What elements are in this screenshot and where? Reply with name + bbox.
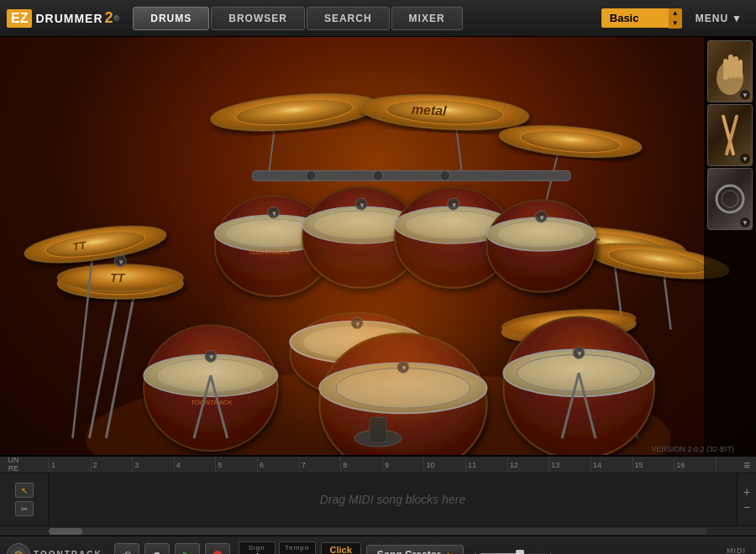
stop-icon: ■	[154, 549, 160, 555]
preset-value[interactable]: Basic	[601, 8, 669, 28]
timeline-mark-8: 8	[340, 457, 382, 473]
timeline-mark-16: 16	[674, 457, 716, 473]
svg-text:TT: TT	[72, 238, 88, 253]
midi-area: ↖ ✂ Drag MIDI song blocks here + −	[0, 473, 756, 525]
scroll-track[interactable]	[49, 528, 707, 535]
svg-text:▼: ▼	[354, 321, 361, 328]
scissors-tool[interactable]: ✂	[15, 501, 34, 516]
timeline-mark-1: 1	[49, 457, 91, 473]
record-dot-icon	[213, 551, 222, 555]
app-header: EZ DRUMMER 2 ® DRUMS BROWSER SEARCH MIXE…	[0, 0, 756, 37]
logo-ez: EZ	[7, 9, 32, 28]
svg-rect-58	[370, 417, 386, 442]
undo-button[interactable]: UN	[3, 457, 24, 464]
scroll-area	[0, 525, 756, 536]
logo-trademark: ®	[114, 14, 120, 23]
play-icon: ▶	[183, 549, 191, 555]
timeline-mark-12: 12	[507, 457, 549, 473]
menu-button[interactable]: MENU ▼	[689, 9, 749, 28]
svg-rect-63	[253, 170, 570, 180]
svg-point-66	[440, 170, 450, 180]
zoom-in-button[interactable]: +	[743, 486, 750, 498]
tab-search[interactable]: SEARCH	[307, 7, 390, 30]
timeline-mark-2: 2	[91, 457, 133, 473]
sticks-slot-arrow[interactable]: ▼	[740, 154, 750, 164]
click-button[interactable]: Click ♩	[321, 542, 361, 554]
loop-icon: ⟲	[123, 549, 131, 555]
svg-point-24	[520, 127, 622, 155]
preset-selector: Basic ▲ ▼	[601, 8, 682, 29]
svg-text:▼: ▼	[271, 210, 278, 217]
song-creator-button[interactable]: Song Creator ▲	[366, 545, 464, 555]
hands-slot-arrow[interactable]: ▼	[740, 90, 750, 100]
time-signature-box[interactable]: Sign 4/4	[239, 541, 276, 554]
timeline-mark-13: 13	[549, 457, 591, 473]
svg-text:▼: ▼	[401, 364, 407, 372]
sign-tempo-section: Sign 4/4 Tempo 120	[239, 541, 316, 554]
undo-redo-controls: UN RE	[3, 457, 24, 473]
toontrack-logo: ⊙ TOONTRACK	[7, 543, 102, 555]
svg-point-65	[373, 170, 383, 180]
instrument-slot-hands[interactable]: ▼	[707, 40, 753, 102]
svg-text:TOONTRACK: TOONTRACK	[249, 248, 291, 256]
menu-arrow-icon: ▼	[732, 13, 743, 24]
tab-mixer[interactable]: MIXER	[391, 7, 463, 30]
version-info: VERSION 2.0.2 (32-BIT)	[651, 445, 734, 453]
tempo-label: Tempo	[285, 544, 309, 551]
midi-label: MIDI	[727, 546, 746, 554]
tempo-box[interactable]: Tempo 120	[279, 541, 316, 554]
click-label: Click	[330, 545, 352, 554]
tambourine-icon	[711, 174, 748, 224]
hands-icon	[711, 46, 748, 97]
preset-up[interactable]: ▲	[669, 8, 682, 18]
song-creator-arrow-icon: ▲	[444, 550, 453, 554]
svg-text:TOONTRACK: TOONTRACK	[191, 399, 233, 406]
svg-point-43	[496, 221, 585, 248]
sticks-icon	[711, 110, 748, 160]
timeline-ruler: 1 2 3 4 5 6 7 8 9 10 11 12 13 14 15 16	[49, 457, 738, 473]
timeline-mark-3: 3	[132, 457, 174, 473]
select-tool[interactable]: ↖	[15, 483, 34, 498]
record-button[interactable]	[205, 543, 230, 555]
instrument-slot-sticks[interactable]: ▼	[707, 104, 753, 166]
preset-down[interactable]: ▼	[669, 18, 682, 29]
instrument-slot-tambourine[interactable]: ▼	[707, 168, 753, 230]
timeline-mark-4: 4	[174, 457, 216, 473]
volume-right-icon: ▸	[550, 550, 554, 554]
svg-text:▼: ▼	[359, 201, 365, 209]
timeline: UN RE 1 2 3 4 5 6 7 8 9 10 11 12 13 14 1…	[0, 457, 756, 473]
timeline-mark-9: 9	[382, 457, 424, 473]
svg-rect-88	[733, 56, 738, 78]
midi-placeholder: Drag MIDI song blocks here	[320, 493, 466, 506]
timeline-mark-11: 11	[465, 457, 507, 473]
tab-drums[interactable]: DRUMS	[133, 7, 209, 30]
svg-point-64	[306, 170, 316, 180]
drum-kit-svg: TT TT TT metal	[0, 37, 756, 455]
loop-button[interactable]: ⟲	[114, 543, 139, 555]
timeline-menu-icon[interactable]: ≡	[743, 458, 750, 472]
preset-arrows: ▲ ▼	[669, 8, 682, 29]
drum-kit-area: TT TT TT metal	[0, 37, 756, 455]
app-logo: EZ DRUMMER 2 ®	[7, 9, 119, 28]
svg-rect-89	[738, 60, 743, 78]
zoom-controls: + −	[738, 473, 756, 525]
svg-point-92	[717, 186, 743, 212]
logo-drummer: DRUMMER	[35, 12, 102, 25]
sign-label: Sign	[249, 544, 265, 551]
timeline-menu: ≡	[738, 458, 756, 472]
stop-button[interactable]: ■	[144, 543, 170, 555]
svg-point-93	[722, 191, 738, 207]
midi-content-area[interactable]: Drag MIDI song blocks here	[49, 473, 738, 525]
svg-point-49	[336, 368, 470, 408]
timeline-mark-7: 7	[299, 457, 341, 473]
svg-rect-86	[723, 59, 728, 80]
tab-browser[interactable]: BROWSER	[211, 7, 305, 30]
zoom-out-button[interactable]: −	[743, 501, 750, 513]
svg-text:metal: metal	[412, 102, 448, 118]
redo-button[interactable]: RE	[3, 465, 24, 473]
volume-thumb[interactable]	[516, 550, 524, 555]
play-button[interactable]: ▶	[175, 543, 200, 555]
volume-left-icon: ◂	[472, 550, 476, 554]
timeline-mark-6: 6	[257, 457, 299, 473]
tambourine-slot-arrow[interactable]: ▼	[740, 217, 750, 227]
